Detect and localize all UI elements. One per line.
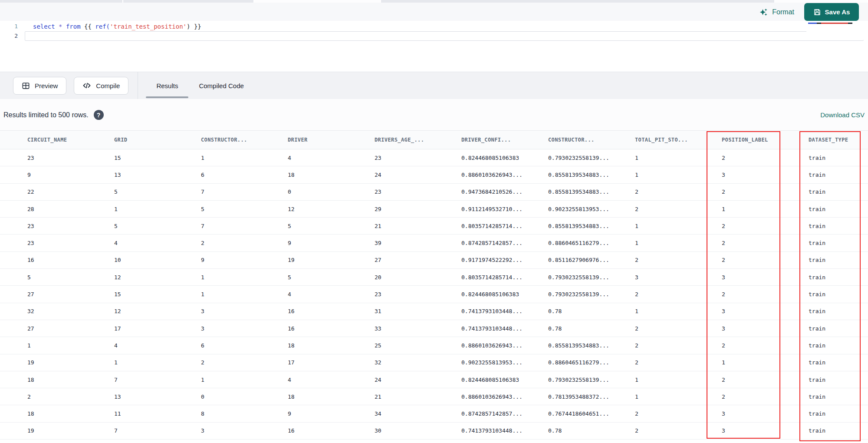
tab-results[interactable]: Results bbox=[146, 72, 188, 99]
compile-label: Compile bbox=[96, 82, 120, 89]
table-cell: 16 bbox=[0, 257, 87, 263]
table-cell: 3 bbox=[608, 274, 694, 281]
table-cell: 12 bbox=[260, 206, 347, 212]
column-header[interactable]: CONSTRUCTOR... bbox=[521, 137, 608, 143]
code-line-1-text[interactable]: select * from {{ ref('train_test_positio… bbox=[22, 22, 864, 31]
table-cell: train bbox=[781, 240, 868, 246]
table-cell: 0.8035714285714... bbox=[434, 274, 521, 281]
results-tabs: Results Compiled Code bbox=[146, 72, 254, 99]
table-row: 18714240.8244680851063830.7930232558139.… bbox=[0, 371, 868, 388]
code-token: {{ bbox=[81, 23, 95, 30]
table-cell: 0.9112149532710... bbox=[434, 206, 521, 212]
table-cell: 13 bbox=[87, 393, 174, 400]
table-cell: 0.8035714285714... bbox=[434, 223, 521, 229]
editor-toolbar: Format Save As bbox=[0, 3, 868, 21]
table-cell: 2 bbox=[694, 377, 781, 383]
table-cell: 12 bbox=[87, 274, 174, 281]
column-header[interactable]: DRIVER bbox=[260, 137, 347, 143]
table-cell: 7 bbox=[87, 377, 174, 383]
table-cell: 28 bbox=[0, 206, 87, 212]
column-header[interactable]: CONSTRUCTOR... bbox=[174, 137, 260, 143]
table-cell: train bbox=[781, 342, 868, 349]
preview-button[interactable]: Preview bbox=[13, 77, 66, 95]
code-token: 'train_test_position' bbox=[110, 23, 187, 30]
table-cell: 18 bbox=[260, 172, 347, 178]
table-cell: 2 bbox=[608, 427, 694, 434]
table-cell: 29 bbox=[347, 206, 434, 212]
ide-screen: Format Save As 1 select * from {{ ref('t… bbox=[0, 0, 868, 443]
table-cell: 1 bbox=[174, 155, 260, 161]
table-row: 1610919270.9171974522292...0.85116279069… bbox=[0, 252, 868, 269]
table-cell: 18 bbox=[260, 393, 347, 400]
table-cell: 2 bbox=[694, 188, 781, 195]
table-row: 271514230.8244680851063830.7930232558139… bbox=[0, 286, 868, 303]
table-cell: 3 bbox=[174, 325, 260, 332]
table-row: 231514230.8244680851063830.7930232558139… bbox=[0, 149, 868, 166]
table-cell: 2 bbox=[694, 257, 781, 263]
table-row: 14618250.8860103626943...0.8558139534883… bbox=[0, 337, 868, 354]
table-cell: 7 bbox=[174, 188, 260, 195]
table-cell: 16 bbox=[260, 308, 347, 314]
table-cell: train bbox=[781, 291, 868, 298]
table-cell: 0.8860465116279... bbox=[521, 359, 608, 366]
column-header[interactable]: POSITION_LABEL bbox=[694, 137, 781, 143]
table-cell: 7 bbox=[174, 223, 260, 229]
table-cell: 33 bbox=[347, 325, 434, 332]
table-cell: 9 bbox=[260, 410, 347, 417]
table-cell: 0.824468085106383 bbox=[434, 155, 521, 161]
tab-compiled-code[interactable]: Compiled Code bbox=[188, 72, 254, 99]
table-cell: 1 bbox=[608, 308, 694, 314]
minimap-code-line bbox=[808, 23, 862, 24]
column-header[interactable]: DRIVER_CONFI... bbox=[434, 137, 521, 143]
table-cell: 2 bbox=[608, 257, 694, 263]
table-cell: 23 bbox=[0, 240, 87, 246]
table-cell: 1 bbox=[694, 206, 781, 212]
format-button[interactable]: Format bbox=[760, 6, 794, 18]
line-number-2: 2 bbox=[0, 31, 22, 41]
table-cell: 2 bbox=[694, 155, 781, 161]
table-cell: 5 bbox=[260, 223, 347, 229]
table-cell: 2 bbox=[174, 240, 260, 246]
code-line-2-text[interactable] bbox=[25, 31, 864, 41]
table-cell: 1 bbox=[608, 223, 694, 229]
table-cell: 5 bbox=[260, 274, 347, 281]
table-cell: 18 bbox=[0, 410, 87, 417]
table-cell: 0.8860465116279... bbox=[521, 240, 608, 246]
table-cell: 23 bbox=[347, 155, 434, 161]
sql-editor[interactable]: 1 select * from {{ ref('train_test_posit… bbox=[0, 21, 868, 72]
table-cell: 4 bbox=[87, 240, 174, 246]
column-header[interactable]: DRIVERS_AGE_... bbox=[347, 137, 434, 143]
table-cell: 19 bbox=[0, 359, 87, 366]
table-cell: 4 bbox=[260, 291, 347, 298]
column-header[interactable]: DATASET_TYPE bbox=[781, 137, 868, 143]
format-label: Format bbox=[772, 8, 794, 16]
table-cell: 23 bbox=[347, 188, 434, 195]
column-header[interactable]: CIRCUIT_NAME bbox=[0, 137, 87, 143]
column-header[interactable]: TOTAL_PIT_STO... bbox=[608, 137, 694, 143]
compile-button[interactable]: Compile bbox=[74, 77, 128, 95]
table-cell: 0.7413793103448... bbox=[434, 308, 521, 314]
table-cell: 18 bbox=[260, 342, 347, 349]
table-cell: 2 bbox=[694, 342, 781, 349]
table-cell: 0.7413793103448... bbox=[434, 427, 521, 434]
table-cell: 1 bbox=[608, 172, 694, 178]
table-cell: 10 bbox=[87, 257, 174, 263]
table-cell: 2 bbox=[694, 223, 781, 229]
table-cell: 19 bbox=[0, 427, 87, 434]
table-row: 197316300.7413793103448...0.7823train bbox=[0, 423, 868, 440]
table-row: 181189340.8742857142857...0.767441860465… bbox=[0, 405, 868, 422]
table-cell: 24 bbox=[347, 172, 434, 178]
table-cell: 1 bbox=[608, 240, 694, 246]
table-cell: 23 bbox=[347, 291, 434, 298]
editor-minimap[interactable] bbox=[806, 22, 864, 40]
table-cell: 2 bbox=[608, 325, 694, 332]
table-cell: 1 bbox=[174, 291, 260, 298]
help-icon[interactable]: ? bbox=[94, 110, 104, 120]
column-header[interactable]: GRID bbox=[87, 137, 174, 143]
save-as-button[interactable]: Save As bbox=[804, 3, 859, 21]
download-csv-link[interactable]: Download CSV bbox=[820, 111, 865, 119]
table-header-row: CIRCUIT_NAMEGRIDCONSTRUCTOR...DRIVERDRIV… bbox=[0, 130, 868, 149]
table-cell: 27 bbox=[0, 291, 87, 298]
table-cell: 3 bbox=[694, 325, 781, 332]
table-row: 191217320.9023255813953...0.886046511627… bbox=[0, 354, 868, 371]
